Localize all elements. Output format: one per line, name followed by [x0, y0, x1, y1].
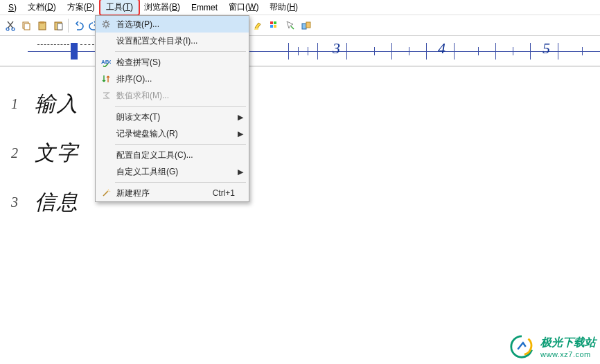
menu-item-label: 检查拼写(S): [114, 57, 200, 69]
menu-separator: [115, 182, 246, 183]
menu-item-label: 新建程序: [114, 188, 200, 199]
line-1[interactable]: 1 输入: [4, 90, 600, 118]
undo-button[interactable]: [71, 18, 86, 33]
svg-rect-24: [302, 24, 306, 29]
line-text[interactable]: 输入: [35, 90, 79, 118]
sigma-icon: [98, 89, 114, 102]
svg-rect-25: [306, 22, 310, 28]
menu-item-label: 配置自定义工具(C)...: [114, 149, 200, 161]
editor-content[interactable]: 1 输入 2 文字 3 信息: [0, 66, 600, 217]
svg-rect-21: [274, 21, 276, 24]
menu-separator: [115, 106, 246, 107]
logo-icon: [509, 334, 535, 360]
menu-item-label: 首选项(P)...: [114, 19, 200, 30]
menu-item-label: 排序(O)...: [114, 73, 200, 85]
watermark-url: www.xz7.com: [540, 350, 591, 358]
menu-scheme[interactable]: 方案(P): [62, 0, 100, 15]
gear-icon: [98, 18, 114, 30]
menu-sort[interactable]: 排序(O)...: [96, 71, 249, 87]
svg-rect-23: [274, 25, 276, 28]
menu-item-label: 设置配置文件目录(I)...: [114, 35, 200, 47]
menu-record-keyboard[interactable]: 记录键盘输入(R) ▶: [96, 125, 249, 142]
svg-point-26: [104, 22, 108, 26]
ruler-mark-4: 4: [438, 39, 445, 57]
highlight-button[interactable]: [251, 18, 266, 33]
menu-separator: [115, 144, 246, 145]
ruler: 3 4 5: [0, 36, 600, 66]
svg-rect-22: [270, 25, 273, 28]
line-2[interactable]: 2 文字: [4, 139, 600, 167]
tools-menu-dropdown: 首选项(P)... 设置配置文件目录(I)... ABC 检查拼写(S) 排序(…: [95, 15, 249, 202]
component-button[interactable]: [299, 18, 314, 33]
submenu-arrow-icon: ▶: [235, 129, 243, 138]
line-number: 3: [4, 194, 18, 210]
copy-button[interactable]: [19, 18, 34, 33]
line-3[interactable]: 3 信息: [4, 188, 600, 217]
ruler-cursor[interactable]: [71, 43, 78, 60]
svg-rect-5: [40, 21, 44, 24]
wand-icon: [98, 187, 114, 199]
toolbar-separator: [68, 19, 69, 33]
color-picker-button[interactable]: [267, 18, 282, 33]
select-tool-button[interactable]: [283, 18, 298, 33]
menu-help[interactable]: 帮助(H): [264, 0, 303, 15]
svg-point-0: [6, 28, 9, 30]
menu-shortcut: Ctrl+1: [200, 188, 235, 198]
menu-preferences[interactable]: 首选项(P)...: [96, 16, 249, 33]
toolbar: >_: [0, 15, 600, 36]
clipboard-button[interactable]: [51, 18, 66, 33]
menu-window[interactable]: 窗口(W): [223, 0, 264, 15]
line-text[interactable]: 文字: [35, 139, 79, 167]
svg-rect-3: [24, 24, 30, 30]
menu-custom-tool-groups[interactable]: 自定义工具组(G) ▶: [96, 163, 249, 180]
svg-rect-7: [58, 24, 62, 30]
line-number: 1: [4, 96, 18, 112]
svg-rect-19: [254, 28, 258, 30]
watermark-title: 极光下载站: [540, 336, 596, 350]
menu-tools[interactable]: 工具(T): [100, 0, 139, 15]
svg-text:ABC: ABC: [101, 59, 111, 65]
menubar: S) 文档(D) 方案(P) 工具(T) 浏览器(B) Emmet 窗口(W) …: [0, 0, 600, 15]
submenu-arrow-icon: ▶: [235, 113, 243, 122]
svg-rect-20: [270, 21, 273, 24]
menu-item-label: 自定义工具组(G): [114, 166, 200, 178]
menu-item-label: 朗读文本(T): [114, 111, 200, 123]
menu-separator: [115, 51, 246, 52]
menu-configure-tools[interactable]: 配置自定义工具(C)...: [96, 147, 249, 163]
menu-new-program[interactable]: 新建程序 Ctrl+1: [96, 185, 249, 201]
menu-emmet[interactable]: Emmet: [186, 1, 223, 14]
line-number: 2: [4, 145, 18, 161]
watermark: 极光下载站 www.xz7.com: [509, 334, 596, 360]
menu-spellcheck[interactable]: ABC 检查拼写(S): [96, 54, 249, 71]
submenu-arrow-icon: ▶: [235, 167, 243, 176]
menu-s[interactable]: S): [3, 1, 22, 14]
paste-button[interactable]: [35, 18, 50, 33]
menu-sum: 数值求和(M)...: [96, 87, 249, 104]
line-text[interactable]: 信息: [35, 188, 79, 217]
menu-item-label: 数值求和(M)...: [114, 90, 200, 102]
cut-button[interactable]: [3, 18, 18, 33]
ruler-mark-5: 5: [542, 39, 550, 57]
svg-point-1: [12, 28, 15, 30]
ruler-mark-3: 3: [333, 39, 340, 57]
spellcheck-icon: ABC: [98, 56, 114, 69]
menu-read-text[interactable]: 朗读文本(T) ▶: [96, 109, 249, 125]
menu-set-config-dir[interactable]: 设置配置文件目录(I)...: [96, 33, 249, 49]
menu-item-label: 记录键盘输入(R): [114, 128, 200, 140]
menu-document[interactable]: 文档(D): [22, 0, 62, 15]
menu-browser[interactable]: 浏览器(B): [139, 0, 186, 15]
sort-icon: [98, 73, 114, 85]
